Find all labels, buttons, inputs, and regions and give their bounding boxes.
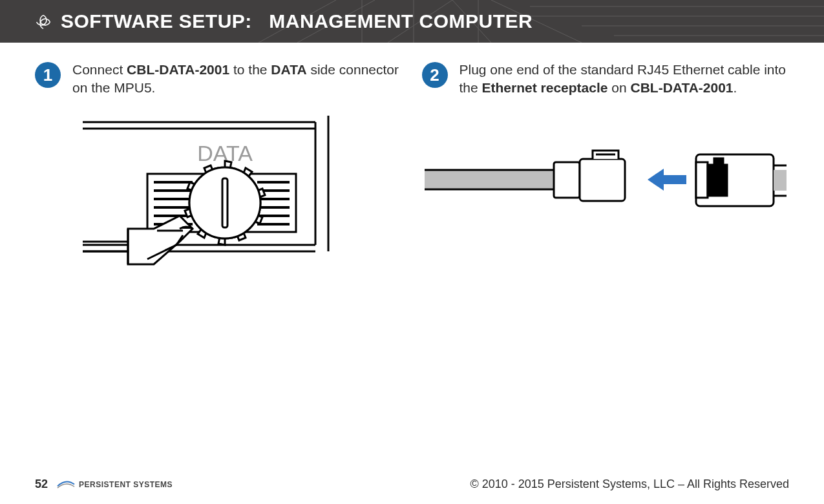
step-2-bold-2: CBL-DATA-2001: [630, 80, 733, 95]
step-2-diagram: [422, 143, 790, 220]
step-2-column: 2 Plug one end of the standard RJ45 Ethe…: [422, 61, 790, 284]
step-2-frag-2: on: [607, 80, 630, 95]
svg-rect-39: [580, 159, 625, 201]
data-connector-illustration: DATA: [83, 116, 354, 284]
content-area: 1 Connect CBL-DATA-2001 to the DATA side…: [0, 43, 824, 284]
step-2-badge: 2: [422, 62, 448, 88]
page-number: 52: [35, 478, 48, 491]
step-1-bold-1: CBL-DATA-2001: [127, 62, 229, 77]
insert-arrow-icon: [648, 169, 686, 191]
page-footer: 52 PERSISTENT SYSTEMS © 2010 - 2015 Pers…: [0, 478, 824, 491]
step-1-frag-1: Connect: [72, 62, 127, 77]
brand-swoosh-icon: [57, 480, 75, 489]
header-title-prefix: SOFTWARE SETUP:: [61, 10, 252, 32]
step-1-bold-2: DATA: [271, 62, 306, 77]
brand-text: PERSISTENT SYSTEMS: [79, 480, 173, 489]
step-2-text: Plug one end of the standard RJ45 Ether­…: [460, 61, 790, 98]
step-1-text: Connect CBL-DATA-2001 to the DATA side c…: [72, 61, 403, 98]
ethernet-plug-illustration: [425, 143, 787, 220]
svg-rect-38: [554, 162, 580, 198]
step-1-column: 1 Connect CBL-DATA-2001 to the DATA side…: [35, 61, 403, 284]
header-title-suffix: MANAGEMENT COMPUTER: [269, 10, 533, 32]
step-1-badge: 1: [35, 62, 61, 88]
step-1-frag-2: to the: [229, 62, 271, 77]
page-header: SOFTWARE SETUP: MANAGEMENT COMPUTER: [0, 0, 824, 43]
step-2-bold-1: Ethernet receptacle: [482, 80, 608, 95]
svg-rect-44: [708, 165, 727, 196]
svg-rect-43: [696, 162, 708, 198]
svg-rect-45: [714, 158, 723, 166]
brand-mark: PERSISTENT SYSTEMS: [57, 480, 173, 489]
svg-rect-35: [425, 170, 554, 189]
copyright-text: © 2010 - 2015 Persistent Systems, LLC – …: [470, 478, 790, 491]
section-icon: [35, 13, 52, 30]
svg-rect-32: [222, 178, 227, 227]
step-2-frag-3: .: [734, 80, 737, 95]
svg-rect-48: [774, 170, 787, 191]
svg-marker-41: [648, 169, 686, 191]
step-1-diagram: DATA: [35, 116, 403, 284]
